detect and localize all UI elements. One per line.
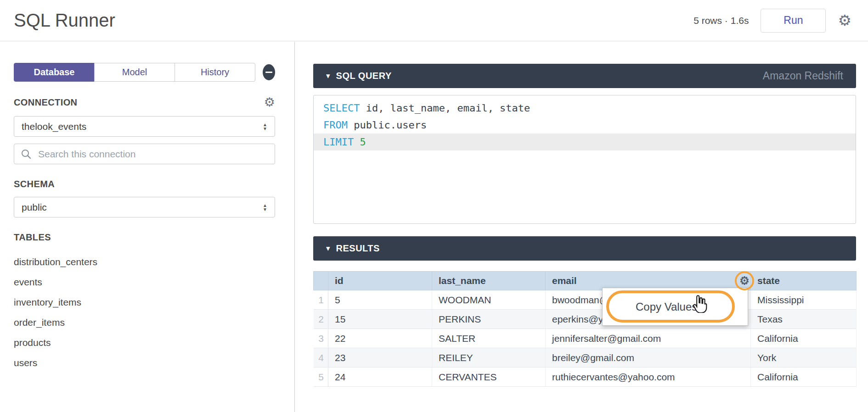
header-actions: 5 rows · 1.6s Run ⚙ [693,9,851,33]
sql-token [354,136,360,148]
table-item-users[interactable]: users [14,353,275,373]
row-number: 1 [314,290,328,310]
row-number: 3 [314,329,328,348]
connection-select[interactable]: thelook_events ▲▼ [14,116,275,137]
column-gear-icon[interactable]: ⚙ [739,275,750,286]
cell-state: Texas [751,310,857,329]
copy-values-label: Copy Values [636,301,697,313]
table-row[interactable]: 423REILEYbreiley@gmail.comYork [314,348,857,367]
app-header: SQL Runner 5 rows · 1.6s Run ⚙ [0,0,868,41]
search-icon [21,149,32,160]
connection-section-head: CONNECTION ⚙ [14,96,275,109]
cell-id: 24 [328,367,432,387]
schema-select-value: public [22,202,47,213]
table-item-distribution_centers[interactable]: distribution_centers [14,252,275,272]
column-label: last_name [439,275,486,286]
table-item-order_items[interactable]: order_items [14,312,275,333]
column-label: email [552,275,577,286]
cell-email: breiley@gmail.com [546,348,751,367]
row-number: 4 [314,348,328,367]
sql-line: LIMIT 5 [314,134,856,150]
table-row[interactable]: 215PERKINSeperkins@yaTexas [314,310,857,329]
table-item-events[interactable]: events [14,272,275,292]
sql-token: SELECT [323,102,360,114]
tab-history[interactable]: History [175,63,255,82]
settings-gear-icon[interactable]: ⚙ [838,13,851,28]
run-button[interactable]: Run [761,9,826,33]
connection-engine-label: Amazon Redshift [763,70,843,82]
minus-icon [265,72,272,73]
cell-last_name: CERVANTES [432,367,546,387]
cell-last_name: REILEY [432,348,546,367]
caret-down-icon[interactable]: ▾ [326,71,330,81]
column-header-state[interactable]: state [751,272,857,290]
cell-last_name: WOODMAN [432,290,546,310]
cell-id: 23 [328,348,432,367]
cell-last_name: PERKINS [432,310,546,329]
tab-model[interactable]: Model [94,63,175,82]
sort-arrows-icon: ▲▼ [263,122,267,131]
table-row[interactable]: 524CERVANTESruthiecervantes@yahoo.comCal… [314,367,857,387]
sql-line: FROM public.users [314,117,856,134]
results-title: RESULTS [336,243,380,254]
row-number: 2 [314,310,328,329]
sql-token: FROM [323,119,348,131]
table-row[interactable]: 15WOODMANbwoodman@Mississippi [314,290,857,310]
sql-editor[interactable]: SELECT id, last_name, email, stateFROM p… [313,95,856,224]
tables-section-head: TABLES [14,232,275,243]
column-gear-annotation-ring: ⚙ [735,271,754,290]
sql-token: public.users [348,119,427,131]
connection-select-value: thelook_events [22,121,86,132]
sql-token: 5 [360,136,366,148]
copy-values-menu-item[interactable]: Copy Values [602,288,748,326]
cell-email: jennifersalter@gmail.com [546,329,751,348]
cell-id: 15 [328,310,432,329]
column-header-id[interactable]: id [328,272,432,290]
sql-token: LIMIT [323,136,354,148]
sql-query-title: SQL QUERY [336,71,392,81]
table-row[interactable]: 322SALTERjennifersalter@gmail.comCalifor… [314,329,857,348]
sql-query-bar: ▾ SQL QUERY Amazon Redshift [313,64,856,88]
column-header-last_name[interactable]: last_name [432,272,546,290]
caret-down-icon[interactable]: ▾ [326,244,330,253]
sidebar-tabs-row: DatabaseModelHistory [14,63,275,82]
search-input[interactable] [37,148,268,160]
cell-id: 5 [328,290,432,310]
tables-heading: TABLES [14,232,51,243]
column-label: state [757,275,780,286]
cell-state: California [751,367,857,387]
sql-token: id, last_name, email, state [360,102,530,114]
schema-section-head: SCHEMA [14,179,275,189]
cell-state: Mississippi [751,290,857,310]
table-item-inventory_items[interactable]: inventory_items [14,292,275,312]
tables-list: distribution_centerseventsinventory_item… [14,252,275,373]
down-triangle-icon: ▼ [263,127,267,131]
cell-email: ruthiecervantes@yahoo.com [546,367,751,387]
sidebar: DatabaseModelHistory CONNECTION ⚙ theloo… [0,42,295,412]
sidebar-tabs: DatabaseModelHistory [14,63,255,82]
cell-state: California [751,329,857,348]
sort-arrows-icon: ▲▼ [263,203,267,212]
query-status: 5 rows · 1.6s [693,15,749,26]
tab-database[interactable]: Database [14,63,95,82]
results-table: idlast_nameemail⚙state 15WOODMANbwoodman… [313,271,857,387]
schema-select[interactable]: public ▲▼ [14,197,275,217]
cell-id: 22 [328,329,432,348]
connection-gear-icon[interactable]: ⚙ [264,96,275,109]
cell-last_name: SALTER [432,329,546,348]
row-number-header [314,272,328,290]
row-number: 5 [314,367,328,387]
collapse-sidebar-button[interactable] [263,64,275,80]
page-title: SQL Runner [14,10,115,31]
sql-line: SELECT id, last_name, email, state [314,100,856,117]
connection-heading: CONNECTION [14,97,77,108]
results-bar: ▾ RESULTS [313,236,856,261]
schema-heading: SCHEMA [14,179,55,189]
results-header-row: idlast_nameemail⚙state [314,272,857,290]
main-content: ▾ SQL QUERY Amazon Redshift SELECT id, l… [313,64,856,387]
cell-state: York [751,348,857,367]
column-label: id [335,275,344,286]
connection-search[interactable] [14,144,275,164]
table-item-products[interactable]: products [14,333,275,353]
down-triangle-icon: ▼ [263,207,267,212]
